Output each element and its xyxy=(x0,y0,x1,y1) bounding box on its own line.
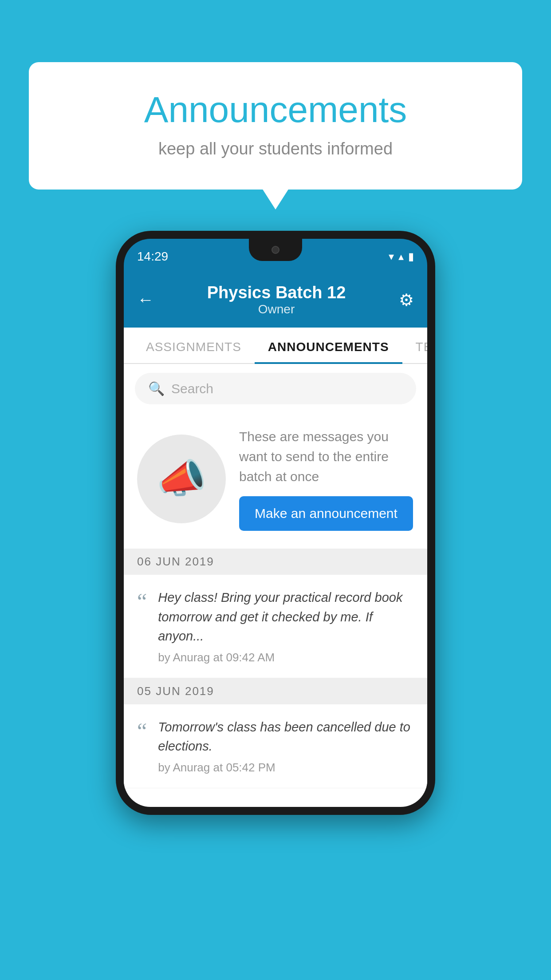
phone-screen: ← Physics Batch 12 Owner ⚙ ASSIGNMENTS A… xyxy=(124,274,427,807)
phone-wrapper: 14:29 ▾ ▴ ▮ ← Physics Batch 12 Owner ⚙ xyxy=(116,231,435,815)
announcement-meta-2: by Anurag at 05:42 PM xyxy=(158,761,414,775)
speech-bubble-container: Announcements keep all your students inf… xyxy=(29,62,522,190)
tab-tests[interactable]: TESTS xyxy=(402,328,427,363)
gear-icon[interactable]: ⚙ xyxy=(399,290,414,310)
tab-assignments[interactable]: ASSIGNMENTS xyxy=(133,328,255,363)
status-time: 14:29 xyxy=(137,249,168,264)
announcement-content-2: Tomorrow's class has been cancelled due … xyxy=(158,718,414,775)
notch xyxy=(249,239,302,261)
app-header: ← Physics Batch 12 Owner ⚙ xyxy=(124,274,427,328)
announcement-content-1: Hey class! Bring your practical record b… xyxy=(158,588,414,664)
header-title: Physics Batch 12 xyxy=(154,283,399,302)
search-icon: 🔍 xyxy=(148,381,165,396)
signal-icon: ▴ xyxy=(398,250,404,263)
announcement-intro: 📣 These are messages you want to send to… xyxy=(124,413,427,549)
make-announcement-button[interactable]: Make an announcement xyxy=(239,496,413,531)
announcement-description: These are messages you want to send to t… xyxy=(239,427,414,486)
quote-icon-1: “ xyxy=(137,590,147,612)
status-icons: ▾ ▴ ▮ xyxy=(389,250,414,263)
speech-bubble-subtitle: keep all your students informed xyxy=(64,139,487,158)
announcement-item-1: “ Hey class! Bring your practical record… xyxy=(124,575,427,678)
announcement-text-2: Tomorrow's class has been cancelled due … xyxy=(158,718,414,756)
search-bar[interactable]: 🔍 Search xyxy=(135,373,416,404)
tabs-container: ASSIGNMENTS ANNOUNCEMENTS TESTS xyxy=(124,328,427,364)
header-center: Physics Batch 12 Owner xyxy=(154,283,399,316)
search-container: 🔍 Search xyxy=(124,364,427,413)
announcement-item-2: “ Tomorrow's class has been cancelled du… xyxy=(124,704,427,788)
megaphone-icon: 📣 xyxy=(157,455,206,502)
camera-dot xyxy=(272,246,279,254)
quote-icon-2: “ xyxy=(137,720,147,742)
phone-outer: 14:29 ▾ ▴ ▮ ← Physics Batch 12 Owner ⚙ xyxy=(116,231,435,815)
battery-icon: ▮ xyxy=(408,250,414,263)
announcement-right: These are messages you want to send to t… xyxy=(239,427,414,531)
date-divider-1: 06 JUN 2019 xyxy=(124,549,427,575)
announcement-meta-1: by Anurag at 09:42 AM xyxy=(158,651,414,664)
announcement-text-1: Hey class! Bring your practical record b… xyxy=(158,588,414,646)
status-bar: 14:29 ▾ ▴ ▮ xyxy=(124,239,427,274)
back-button[interactable]: ← xyxy=(137,290,154,309)
header-subtitle: Owner xyxy=(154,302,399,316)
date-divider-2: 05 JUN 2019 xyxy=(124,678,427,704)
megaphone-circle: 📣 xyxy=(137,435,226,523)
speech-bubble-title: Announcements xyxy=(64,89,487,130)
wifi-icon: ▾ xyxy=(389,250,394,263)
tab-announcements[interactable]: ANNOUNCEMENTS xyxy=(255,328,402,363)
speech-bubble: Announcements keep all your students inf… xyxy=(29,62,522,190)
search-placeholder: Search xyxy=(171,381,213,396)
